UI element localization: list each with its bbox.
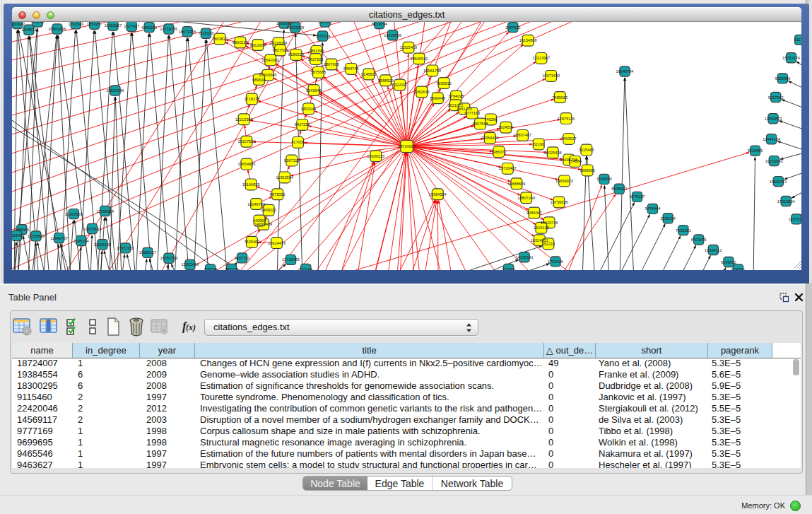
- svg-text:16154808: 16154808: [519, 38, 537, 42]
- svg-text:2087682: 2087682: [505, 25, 521, 30]
- svg-text:17957253: 17957253: [117, 246, 134, 250]
- svg-text:7625402: 7625402: [245, 240, 260, 244]
- svg-text:19218506: 19218506: [384, 33, 401, 37]
- svg-text:16961758: 16961758: [423, 69, 441, 73]
- svg-text:10025438: 10025438: [544, 151, 562, 155]
- svg-text:1363947: 1363947: [12, 22, 25, 26]
- svg-text:8322037: 8322037: [392, 83, 408, 87]
- svg-text:9457791: 9457791: [235, 256, 250, 260]
- svg-text:924565: 924565: [731, 267, 745, 270]
- svg-text:15720407: 15720407: [499, 166, 517, 170]
- svg-text:8471676: 8471676: [691, 238, 707, 242]
- svg-text:8186328: 8186328: [288, 52, 304, 57]
- svg-text:8267110: 8267110: [284, 158, 299, 163]
- svg-text:9463627: 9463627: [561, 136, 577, 141]
- svg-text:6794028: 6794028: [449, 94, 464, 98]
- svg-text:2935114: 2935114: [661, 216, 676, 221]
- svg-text:881305: 881305: [319, 22, 332, 24]
- svg-text:18807249: 18807249: [517, 196, 535, 200]
- svg-text:1733426: 1733426: [548, 259, 563, 264]
- svg-text:9245652: 9245652: [721, 260, 736, 264]
- svg-text:5875685: 5875685: [311, 70, 326, 74]
- svg-text:12975115: 12975115: [558, 117, 575, 121]
- svg-text:17016504: 17016504: [777, 199, 795, 204]
- svg-text:16782759: 16782759: [160, 256, 177, 260]
- svg-text:2803144: 2803144: [301, 107, 317, 111]
- svg-text:10719155: 10719155: [160, 27, 177, 31]
- svg-text:1615132: 1615132: [534, 226, 549, 230]
- svg-text:1405571: 1405571: [21, 28, 37, 32]
- svg-text:8813054: 8813054: [372, 22, 387, 26]
- svg-text:20691406: 20691406: [48, 27, 66, 31]
- svg-text:23226058: 23226058: [270, 41, 288, 45]
- svg-text:1791543: 1791543: [68, 22, 83, 26]
- svg-text:2867608: 2867608: [324, 62, 339, 66]
- svg-text:20364436: 20364436: [481, 136, 499, 140]
- svg-text:8660123: 8660123: [233, 40, 248, 45]
- svg-text:(x): (x): [186, 322, 196, 332]
- svg-text:7632621: 7632621: [676, 228, 691, 233]
- svg-text:16648784: 16648784: [616, 69, 634, 74]
- svg-text:1527607: 1527607: [124, 24, 139, 28]
- svg-text:173342: 173342: [502, 267, 515, 271]
- svg-text:8990448: 8990448: [430, 96, 445, 100]
- svg-text:16914479: 16914479: [268, 241, 286, 245]
- svg-text:12942757: 12942757: [50, 236, 68, 240]
- svg-text:10973493: 10973493: [542, 74, 560, 78]
- svg-text:12213389: 12213389: [235, 117, 253, 122]
- svg-text:16033809: 16033809: [286, 25, 304, 30]
- svg-text:19384554: 19384554: [429, 192, 447, 197]
- svg-text:9777169: 9777169: [464, 111, 480, 115]
- svg-text:9084067: 9084067: [526, 211, 542, 215]
- svg-text:1640954: 1640954: [596, 177, 612, 181]
- svg-text:9827508: 9827508: [308, 57, 324, 62]
- svg-text:7663822: 7663822: [212, 37, 228, 41]
- svg-text:140994: 140994: [253, 218, 266, 223]
- svg-text:10807487: 10807487: [514, 133, 531, 137]
- svg-text:1145194: 1145194: [73, 239, 88, 243]
- svg-text:10975887: 10975887: [83, 227, 101, 231]
- svg-text:19166825: 19166825: [242, 182, 260, 187]
- svg-text:15300215: 15300215: [367, 154, 384, 158]
- svg-text:12923448: 12923448: [181, 262, 199, 267]
- svg-text:209146: 209146: [31, 22, 45, 24]
- svg-text:1053267: 1053267: [87, 22, 102, 26]
- svg-text:7515526: 7515526: [199, 31, 214, 35]
- svg-text:1362615: 1362615: [414, 90, 430, 94]
- svg-text:6466160: 6466160: [141, 25, 157, 30]
- svg-text:11156829: 11156829: [28, 234, 45, 238]
- svg-text:157164: 157164: [299, 267, 312, 271]
- svg-text:3624554: 3624554: [498, 125, 514, 129]
- svg-text:1485061: 1485061: [14, 228, 30, 232]
- svg-text:6497568: 6497568: [473, 122, 488, 126]
- svg-text:7955812: 7955812: [436, 81, 452, 86]
- svg-text:12444154: 12444154: [763, 137, 780, 141]
- svg-text:15751074: 15751074: [782, 56, 800, 60]
- svg-text:11325419: 11325419: [400, 45, 417, 49]
- svg-text:9699695: 9699695: [579, 168, 595, 173]
- svg-text:10688609: 10688609: [507, 182, 525, 186]
- svg-text:9227342: 9227342: [768, 95, 784, 100]
- svg-text:1861546: 1861546: [309, 49, 324, 53]
- svg-text:10653267: 10653267: [104, 23, 122, 28]
- svg-text:746266: 746266: [484, 117, 498, 122]
- svg-text:1498222: 1498222: [261, 208, 276, 212]
- svg-text:8454749: 8454749: [343, 66, 359, 71]
- svg-text:945779: 945779: [225, 267, 238, 271]
- svg-text:9474444: 9474444: [645, 206, 661, 211]
- svg-text:9115460: 9115460: [579, 148, 594, 152]
- svg-text:9329966: 9329966: [775, 76, 791, 81]
- svg-text:18724007: 18724007: [398, 144, 416, 148]
- svg-text:9242848: 9242848: [306, 88, 322, 93]
- svg-text:10654112: 10654112: [705, 248, 722, 252]
- svg-text:1167534: 1167534: [789, 217, 801, 221]
- svg-text:7357224: 7357224: [315, 34, 331, 38]
- svg-text:16107552: 16107552: [237, 139, 255, 144]
- svg-text:989618: 989618: [252, 78, 266, 82]
- svg-text:154984: 154984: [568, 159, 582, 163]
- svg-text:16543382: 16543382: [261, 58, 279, 62]
- svg-text:19654985: 19654985: [237, 162, 255, 166]
- svg-text:7485063: 7485063: [552, 95, 567, 100]
- svg-text:129234: 129234: [204, 267, 217, 270]
- svg-text:8912954: 8912954: [250, 43, 266, 47]
